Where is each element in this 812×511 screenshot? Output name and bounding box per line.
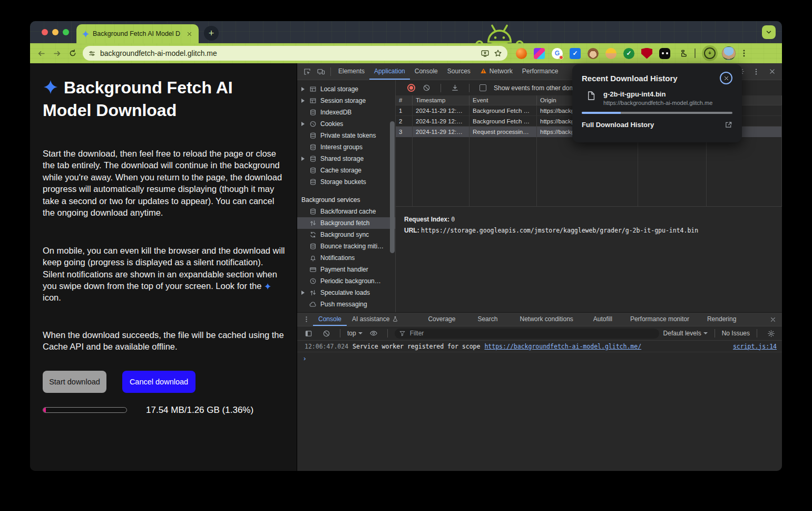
ext-fox-icon[interactable]	[516, 48, 527, 59]
ext-red-shield-icon[interactable]	[641, 48, 652, 59]
expand-arrow-icon[interactable]	[301, 291, 305, 295]
drawer-tab-search[interactable]: Search	[472, 313, 503, 326]
zoom-window-button[interactable]	[63, 29, 69, 35]
expand-arrow-icon[interactable]	[301, 157, 305, 161]
tab-console[interactable]: Console	[410, 63, 443, 80]
ext-worker-icon[interactable]	[605, 48, 617, 59]
address-bar[interactable]: backgroundfetch-ai-model.glitch.me	[83, 46, 507, 61]
console-sidebar-icon[interactable]	[301, 326, 315, 340]
drawer-tab-performance-monitor[interactable]: Performance monitor	[625, 313, 694, 326]
forward-button[interactable]	[51, 47, 63, 59]
downloads-button[interactable]	[702, 45, 718, 61]
col-header-event[interactable]: Event	[469, 95, 537, 105]
url-text[interactable]: backgroundfetch-ai-model.glitch.me	[100, 49, 476, 57]
sidebar-item-back-forward-cache[interactable]: Back/forward cache	[297, 206, 395, 217]
ext-green-shield-icon[interactable]: ✓	[623, 48, 634, 59]
clear-events-icon[interactable]	[423, 84, 431, 92]
sidebar-scrollbar[interactable]	[390, 121, 395, 253]
start-download-button[interactable]: Start download	[43, 371, 106, 393]
sidebar-item-background-sync[interactable]: Background sync	[297, 229, 395, 240]
sidebar-item-notifications[interactable]: Notifications	[297, 252, 395, 264]
record-events-button[interactable]	[407, 84, 415, 92]
sidebar-item-bounce-tracking[interactable]: Bounce tracking miti…	[297, 240, 395, 252]
install-app-icon[interactable]	[481, 49, 490, 58]
console-scope-link[interactable]: https://backgroundfetch-ai-model.glitch.…	[484, 343, 641, 350]
extensions-puzzle-icon[interactable]	[677, 48, 688, 59]
expand-arrow-icon[interactable]	[301, 122, 305, 126]
inspect-element-icon[interactable]	[300, 65, 314, 79]
new-tab-button[interactable]: +	[204, 26, 219, 41]
browser-tab[interactable]: Background Fetch AI Model D	[76, 24, 199, 43]
tab-performance[interactable]: Performance	[517, 63, 563, 80]
drawer-tab-network-conditions[interactable]: Network conditions	[514, 313, 578, 326]
console-source-link[interactable]: script.js:14	[733, 343, 777, 350]
sidebar-item-cache-storage[interactable]: Cache storage	[297, 165, 395, 176]
sidebar-item-indexeddb[interactable]: IndexedDB	[297, 107, 395, 118]
sidebar-item-shared-storage[interactable]: Shared storage	[297, 153, 395, 165]
more-options-icon[interactable]	[749, 65, 763, 79]
sidebar-item-storage-buckets[interactable]: Storage buckets	[297, 176, 395, 188]
close-drawer-icon[interactable]	[766, 313, 780, 326]
clear-console-icon[interactable]	[319, 326, 333, 340]
close-window-button[interactable]	[42, 29, 48, 35]
expand-arrow-icon[interactable]	[301, 87, 305, 91]
minimize-window-button[interactable]	[52, 29, 58, 35]
browser-menu-button[interactable]	[740, 49, 748, 57]
device-toolbar-icon[interactable]	[314, 65, 328, 79]
console-settings-gear-icon[interactable]	[764, 326, 778, 340]
download-item[interactable]: g-2b-it-gpu-int4.bin https://backgroundf…	[582, 90, 732, 106]
ext-monkey-icon[interactable]	[588, 48, 599, 59]
drawer-tab-ai-assistance[interactable]: AI assistance	[347, 313, 404, 326]
console-prompt[interactable]: ›	[297, 352, 782, 364]
save-events-icon[interactable]	[451, 84, 459, 92]
sidebar-item-push-messaging[interactable]: Push messaging	[297, 298, 395, 310]
sidebar-item-speculative-loads[interactable]: Speculative loads	[297, 287, 395, 298]
ext-dark-box-icon[interactable]	[659, 48, 670, 59]
default-levels-dropdown[interactable]: Default levels	[663, 330, 708, 337]
sidebar-item-periodic-background-sync[interactable]: Periodic backgroun…	[297, 275, 395, 287]
expand-arrow-icon[interactable]	[301, 99, 305, 103]
full-download-history-link[interactable]: Full Download History	[582, 121, 654, 129]
popup-close-button[interactable]	[720, 72, 732, 84]
ext-google-lock-icon[interactable]: G	[552, 48, 563, 59]
tab-network[interactable]: Network	[475, 63, 517, 80]
col-header-timestamp[interactable]: Timestamp	[413, 95, 469, 105]
show-events-checkbox[interactable]	[480, 84, 486, 91]
context-selector[interactable]: top	[347, 330, 363, 337]
tab-application[interactable]: Application	[369, 63, 410, 80]
close-devtools-icon[interactable]	[765, 65, 779, 79]
tab-elements[interactable]: Elements	[334, 63, 369, 80]
back-button[interactable]	[35, 47, 47, 59]
ext-cards-icon[interactable]	[534, 48, 545, 59]
issues-counter[interactable]: No Issues	[722, 330, 750, 337]
popup-footer[interactable]: Full Download History	[582, 121, 732, 129]
sidebar-item-background-fetch[interactable]: Background fetch	[297, 217, 395, 229]
download-file-name[interactable]: g-2b-it-gpu-int4.bin	[603, 90, 712, 98]
reload-button[interactable]	[67, 47, 79, 59]
col-header-num[interactable]: #	[396, 95, 413, 105]
sidebar-item-cookies[interactable]: Cookies	[297, 118, 395, 130]
drawer-menu-icon[interactable]	[299, 313, 313, 326]
sidebar-item-private-state-tokens[interactable]: Private state tokens	[297, 130, 395, 141]
drawer-tab-autofill[interactable]: Autofill	[588, 313, 618, 326]
profile-avatar[interactable]	[722, 46, 736, 60]
console-filter-input[interactable]	[409, 329, 655, 338]
console-filter-box[interactable]	[395, 329, 659, 339]
cancel-download-button[interactable]: Cancel download	[122, 371, 195, 393]
live-expression-eye-icon[interactable]	[367, 326, 380, 340]
tab-sources[interactable]: Sources	[443, 63, 475, 80]
drawer-tab-console[interactable]: Console	[313, 313, 347, 326]
request-url-value[interactable]: https://storage.googleapis.com/jmstore/k…	[421, 227, 698, 234]
bookmark-star-icon[interactable]	[494, 49, 502, 57]
sidebar-item-payment-handler[interactable]: Payment handler	[297, 264, 395, 275]
sidebar-item-interest-groups[interactable]: Interest groups	[297, 141, 395, 153]
sparkle-favicon-icon	[82, 30, 90, 38]
site-settings-icon[interactable]	[88, 50, 96, 57]
ext-blue-check-icon[interactable]: ✓	[570, 48, 581, 59]
tab-search-chevron-button[interactable]	[762, 25, 776, 39]
tab-close-icon[interactable]	[185, 30, 193, 38]
drawer-tab-coverage[interactable]: Coverage	[423, 313, 461, 326]
sidebar-item-session-storage[interactable]: Session storage	[297, 95, 395, 107]
sidebar-item-local-storage[interactable]: Local storage	[297, 83, 395, 95]
drawer-tab-rendering[interactable]: Rendering	[702, 313, 741, 326]
